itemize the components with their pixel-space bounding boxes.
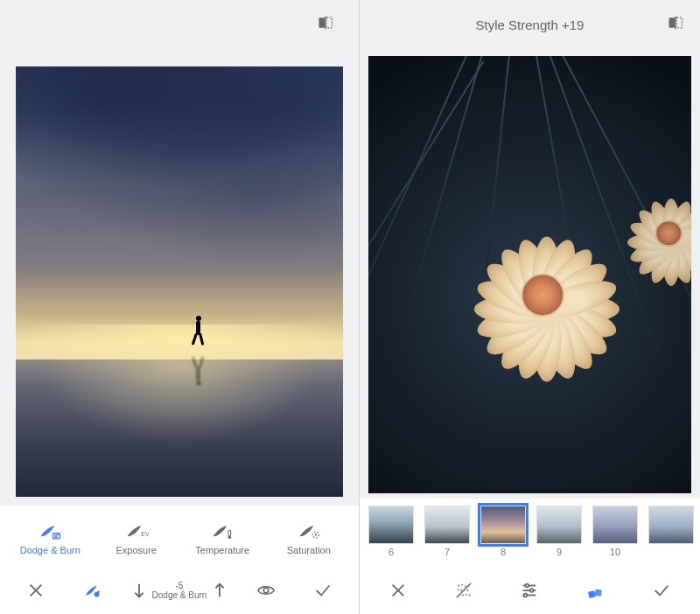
- apply-button[interactable]: [303, 573, 343, 608]
- swatch-10[interactable]: 10: [592, 506, 638, 557]
- adjustment-value: -5: [152, 581, 207, 590]
- svg-point-4: [58, 533, 60, 534]
- swatch-next[interactable]: [648, 506, 694, 557]
- svg-rect-6: [228, 530, 231, 536]
- svg-rect-13: [669, 17, 676, 28]
- svg-rect-14: [676, 17, 682, 28]
- svg-point-21: [460, 590, 462, 591]
- style-swatch-strip[interactable]: 6 7 8 9 10: [360, 499, 700, 567]
- svg-point-26: [466, 594, 467, 596]
- compare-icon[interactable]: [667, 14, 684, 35]
- svg-point-16: [458, 585, 460, 587]
- svg-rect-35: [588, 590, 596, 598]
- swatch-9[interactable]: 9: [536, 506, 582, 557]
- left-topbar: [0, 0, 359, 49]
- right-topbar: Style Strength +19: [360, 0, 700, 49]
- svg-point-20: [458, 589, 459, 590]
- styles-button[interactable]: [576, 573, 616, 608]
- adjustment-label: Dodge & Burn: [152, 590, 207, 600]
- swatch-6[interactable]: 6: [368, 506, 414, 557]
- svg-point-11: [97, 591, 100, 594]
- tool-saturation[interactable]: Saturation: [278, 522, 340, 555]
- svg-point-12: [264, 588, 270, 593]
- svg-point-18: [465, 586, 466, 588]
- svg-point-34: [524, 594, 528, 597]
- swatch-8[interactable]: 8: [480, 506, 526, 557]
- style-panel: Style Strength +19: [359, 0, 700, 614]
- left-bottom-row: -5 Dodge & Burn: [0, 567, 359, 614]
- status-text: Style Strength +19: [360, 17, 700, 32]
- left-photo: [16, 66, 343, 497]
- swatch-7[interactable]: 7: [424, 506, 470, 557]
- compare-icon[interactable]: [317, 14, 334, 35]
- adjustment-stepper[interactable]: -5 Dodge & Burn: [130, 573, 230, 608]
- cancel-button[interactable]: [378, 573, 418, 608]
- right-canvas[interactable]: [360, 49, 700, 499]
- tool-exposure[interactable]: EV Exposure: [106, 522, 167, 555]
- svg-point-23: [467, 590, 469, 591]
- arrow-up-icon[interactable]: [210, 581, 229, 600]
- svg-rect-0: [319, 17, 326, 28]
- cancel-button[interactable]: [16, 573, 56, 608]
- svg-rect-36: [594, 590, 601, 597]
- preview-eye-button[interactable]: [246, 573, 286, 608]
- tool-label: Dodge & Burn: [20, 545, 80, 555]
- svg-point-27: [469, 595, 471, 597]
- svg-text:EV: EV: [141, 531, 149, 537]
- arrow-down-icon[interactable]: [130, 581, 149, 600]
- tune-button[interactable]: [509, 573, 550, 608]
- brush-edit-panel: Dodge & Burn EV Exposure Temperature: [0, 0, 359, 614]
- grain-off-button[interactable]: [444, 573, 484, 608]
- svg-point-30: [526, 584, 529, 588]
- brush-mode-button[interactable]: [73, 573, 113, 608]
- svg-point-25: [462, 595, 464, 597]
- tool-dodge-burn[interactable]: Dodge & Burn: [19, 522, 80, 555]
- right-bottom-row: [360, 567, 700, 614]
- svg-point-7: [228, 535, 232, 539]
- svg-point-32: [530, 589, 534, 592]
- left-canvas[interactable]: [0, 49, 359, 506]
- svg-point-9: [314, 534, 316, 535]
- svg-rect-1: [326, 17, 332, 28]
- svg-point-17: [461, 584, 463, 586]
- right-photo: [368, 56, 691, 493]
- tool-label: Temperature: [195, 545, 249, 555]
- apply-button[interactable]: [641, 573, 682, 608]
- tool-label: Saturation: [287, 545, 331, 555]
- tool-temperature[interactable]: Temperature: [192, 522, 253, 555]
- brush-tools-row: Dodge & Burn EV Exposure Temperature: [0, 506, 359, 567]
- tool-label: Exposure: [116, 545, 157, 555]
